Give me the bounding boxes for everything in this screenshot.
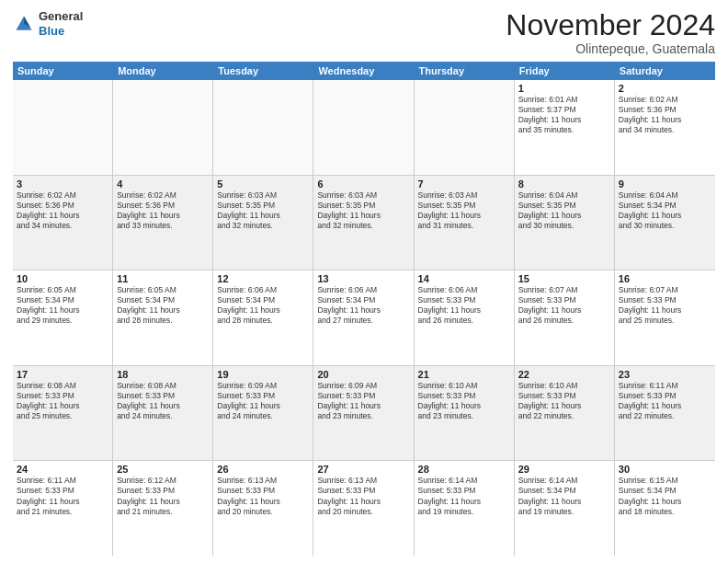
- day-cell-14: 14Sunrise: 6:06 AM Sunset: 5:33 PM Dayli…: [415, 270, 515, 365]
- logo-text: General Blue: [39, 9, 83, 38]
- day-number: 2: [619, 83, 711, 94]
- logo-general: General: [39, 9, 83, 23]
- day-number: 10: [17, 273, 108, 284]
- day-info: Sunrise: 6:04 AM Sunset: 5:35 PM Dayligh…: [518, 190, 610, 231]
- header-day-sunday: Sunday: [13, 62, 113, 80]
- logo: General Blue: [13, 9, 83, 38]
- day-info: Sunrise: 6:11 AM Sunset: 5:33 PM Dayligh…: [17, 476, 108, 516]
- day-cell-23: 23Sunrise: 6:11 AM Sunset: 5:33 PM Dayli…: [615, 366, 715, 461]
- day-number: 20: [317, 369, 409, 380]
- calendar-row-4: 24Sunrise: 6:11 AM Sunset: 5:33 PM Dayli…: [13, 461, 715, 556]
- day-cell-18: 18Sunrise: 6:08 AM Sunset: 5:33 PM Dayli…: [113, 366, 213, 461]
- empty-cell-0-3: [313, 80, 414, 175]
- calendar-body: 1Sunrise: 6:01 AM Sunset: 5:37 PM Daylig…: [13, 80, 715, 556]
- header: General Blue November 2024 Olintepeque, …: [13, 9, 715, 56]
- day-cell-28: 28Sunrise: 6:14 AM Sunset: 5:33 PM Dayli…: [415, 461, 515, 556]
- day-cell-25: 25Sunrise: 6:12 AM Sunset: 5:33 PM Dayli…: [113, 461, 213, 556]
- calendar-header: SundayMondayTuesdayWednesdayThursdayFrid…: [13, 62, 715, 80]
- day-number: 6: [317, 178, 409, 190]
- calendar-row-1: 3Sunrise: 6:02 AM Sunset: 5:36 PM Daylig…: [13, 176, 715, 271]
- calendar-row-2: 10Sunrise: 6:05 AM Sunset: 5:34 PM Dayli…: [13, 270, 715, 366]
- day-cell-9: 9Sunrise: 6:04 AM Sunset: 5:34 PM Daylig…: [615, 176, 715, 270]
- day-number: 17: [17, 369, 108, 380]
- day-info: Sunrise: 6:03 AM Sunset: 5:35 PM Dayligh…: [418, 190, 510, 231]
- day-number: 30: [619, 464, 711, 475]
- day-info: Sunrise: 6:10 AM Sunset: 5:33 PM Dayligh…: [418, 381, 510, 421]
- month-title: November 2024: [506, 9, 715, 41]
- day-number: 16: [619, 273, 711, 284]
- day-cell-1: 1Sunrise: 6:01 AM Sunset: 5:37 PM Daylig…: [515, 80, 615, 175]
- location: Olintepeque, Guatemala: [506, 41, 715, 56]
- day-cell-17: 17Sunrise: 6:08 AM Sunset: 5:33 PM Dayli…: [13, 366, 113, 461]
- day-number: 26: [217, 464, 309, 475]
- day-number: 28: [418, 464, 510, 475]
- day-info: Sunrise: 6:09 AM Sunset: 5:33 PM Dayligh…: [317, 381, 409, 421]
- day-info: Sunrise: 6:14 AM Sunset: 5:33 PM Dayligh…: [418, 476, 510, 516]
- empty-cell-0-2: [213, 80, 313, 175]
- day-cell-7: 7Sunrise: 6:03 AM Sunset: 5:35 PM Daylig…: [415, 176, 515, 270]
- day-cell-10: 10Sunrise: 6:05 AM Sunset: 5:34 PM Dayli…: [13, 270, 113, 365]
- header-day-thursday: Thursday: [415, 62, 515, 80]
- day-cell-4: 4Sunrise: 6:02 AM Sunset: 5:36 PM Daylig…: [113, 176, 213, 270]
- empty-cell-0-1: [113, 80, 213, 175]
- day-cell-2: 2Sunrise: 6:02 AM Sunset: 5:36 PM Daylig…: [615, 80, 715, 175]
- day-cell-11: 11Sunrise: 6:05 AM Sunset: 5:34 PM Dayli…: [113, 270, 213, 365]
- day-info: Sunrise: 6:15 AM Sunset: 5:34 PM Dayligh…: [619, 476, 711, 516]
- day-number: 19: [217, 369, 309, 380]
- day-number: 22: [518, 369, 610, 380]
- header-day-wednesday: Wednesday: [313, 62, 414, 80]
- day-number: 9: [619, 178, 711, 190]
- day-cell-26: 26Sunrise: 6:13 AM Sunset: 5:33 PM Dayli…: [213, 461, 313, 556]
- day-cell-24: 24Sunrise: 6:11 AM Sunset: 5:33 PM Dayli…: [13, 461, 113, 556]
- day-info: Sunrise: 6:05 AM Sunset: 5:34 PM Dayligh…: [117, 285, 209, 326]
- day-number: 15: [518, 273, 610, 284]
- day-info: Sunrise: 6:06 AM Sunset: 5:34 PM Dayligh…: [217, 285, 309, 326]
- day-cell-13: 13Sunrise: 6:06 AM Sunset: 5:34 PM Dayli…: [313, 270, 414, 365]
- title-block: November 2024 Olintepeque, Guatemala: [506, 9, 715, 56]
- day-number: 14: [418, 273, 510, 284]
- day-info: Sunrise: 6:02 AM Sunset: 5:36 PM Dayligh…: [619, 95, 711, 135]
- day-info: Sunrise: 6:02 AM Sunset: 5:36 PM Dayligh…: [117, 190, 209, 231]
- day-info: Sunrise: 6:02 AM Sunset: 5:36 PM Dayligh…: [17, 190, 108, 231]
- day-number: 3: [17, 178, 108, 190]
- day-number: 29: [518, 464, 610, 475]
- day-number: 21: [418, 369, 510, 380]
- day-number: 5: [217, 178, 309, 190]
- empty-cell-0-0: [13, 80, 113, 175]
- day-number: 4: [117, 178, 209, 190]
- day-cell-19: 19Sunrise: 6:09 AM Sunset: 5:33 PM Dayli…: [213, 366, 313, 461]
- day-info: Sunrise: 6:03 AM Sunset: 5:35 PM Dayligh…: [317, 190, 409, 231]
- header-day-saturday: Saturday: [615, 62, 715, 80]
- day-cell-3: 3Sunrise: 6:02 AM Sunset: 5:36 PM Daylig…: [13, 176, 113, 270]
- day-info: Sunrise: 6:07 AM Sunset: 5:33 PM Dayligh…: [619, 285, 711, 326]
- day-info: Sunrise: 6:09 AM Sunset: 5:33 PM Dayligh…: [217, 381, 309, 421]
- day-info: Sunrise: 6:13 AM Sunset: 5:33 PM Dayligh…: [317, 476, 409, 516]
- day-info: Sunrise: 6:08 AM Sunset: 5:33 PM Dayligh…: [117, 381, 209, 421]
- day-info: Sunrise: 6:01 AM Sunset: 5:37 PM Dayligh…: [518, 95, 610, 135]
- day-cell-5: 5Sunrise: 6:03 AM Sunset: 5:35 PM Daylig…: [213, 176, 313, 270]
- day-info: Sunrise: 6:11 AM Sunset: 5:33 PM Dayligh…: [619, 381, 711, 421]
- day-number: 27: [317, 464, 409, 475]
- day-number: 23: [619, 369, 711, 380]
- day-info: Sunrise: 6:06 AM Sunset: 5:33 PM Dayligh…: [418, 285, 510, 326]
- calendar-row-0: 1Sunrise: 6:01 AM Sunset: 5:37 PM Daylig…: [13, 80, 715, 176]
- empty-cell-0-4: [415, 80, 515, 175]
- day-cell-30: 30Sunrise: 6:15 AM Sunset: 5:34 PM Dayli…: [615, 461, 715, 556]
- calendar: SundayMondayTuesdayWednesdayThursdayFrid…: [13, 62, 715, 556]
- day-cell-12: 12Sunrise: 6:06 AM Sunset: 5:34 PM Dayli…: [213, 270, 313, 365]
- header-day-monday: Monday: [113, 62, 213, 80]
- day-cell-8: 8Sunrise: 6:04 AM Sunset: 5:35 PM Daylig…: [515, 176, 615, 270]
- logo-icon: [13, 13, 35, 35]
- day-cell-16: 16Sunrise: 6:07 AM Sunset: 5:33 PM Dayli…: [615, 270, 715, 365]
- day-info: Sunrise: 6:12 AM Sunset: 5:33 PM Dayligh…: [117, 476, 209, 516]
- day-number: 7: [418, 178, 510, 190]
- day-number: 11: [117, 273, 209, 284]
- day-number: 8: [518, 178, 610, 190]
- day-info: Sunrise: 6:07 AM Sunset: 5:33 PM Dayligh…: [518, 285, 610, 326]
- day-number: 25: [117, 464, 209, 475]
- day-info: Sunrise: 6:04 AM Sunset: 5:34 PM Dayligh…: [619, 190, 711, 231]
- day-number: 12: [217, 273, 309, 284]
- day-info: Sunrise: 6:08 AM Sunset: 5:33 PM Dayligh…: [17, 381, 108, 421]
- header-day-tuesday: Tuesday: [213, 62, 313, 80]
- day-info: Sunrise: 6:06 AM Sunset: 5:34 PM Dayligh…: [317, 285, 409, 326]
